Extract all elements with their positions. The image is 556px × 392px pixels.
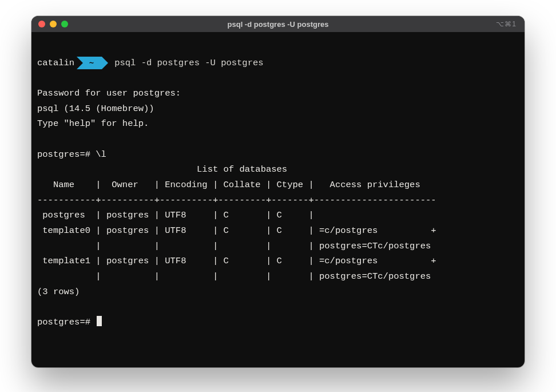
cursor-icon <box>97 316 102 326</box>
table-row: template0 | postgres | UTF8 | C | C | =c… <box>37 225 436 236</box>
prompt-command: psql -d postgres -U postgres <box>109 56 263 71</box>
table-row: postgres | postgres | UTF8 | C | C | <box>37 210 319 220</box>
prompt-path-chevron-icon: ~ <box>77 57 109 69</box>
psql-prompt: postgres=# <box>37 317 96 327</box>
table-header: Name | Owner | Encoding | Collate | Ctyp… <box>37 180 436 190</box>
close-icon[interactable] <box>38 21 45 27</box>
terminal-body[interactable]: catalin~psql -d postgres -U postgres Pas… <box>31 32 525 367</box>
output-line: Password for user postgres: <box>37 88 181 98</box>
table-separator: -----------+----------+----------+------… <box>37 195 436 205</box>
output-line: Type "help" for help. <box>37 118 149 129</box>
window-title: psql -d postgres -U postgres <box>31 20 525 29</box>
terminal-window: psql -d postgres -U postgres ⌥⌘1 catalin… <box>31 16 525 367</box>
traffic-lights <box>38 21 68 27</box>
shell-prompt-line: catalin~psql -d postgres -U postgres <box>37 56 519 71</box>
table-row: | | | | | postgres=CTc/postgres <box>37 241 431 251</box>
output-line: psql (14.5 (Homebrew)) <box>37 104 154 114</box>
shortcut-hint: ⌥⌘1 <box>496 20 517 28</box>
table-row: template1 | postgres | UTF8 | C | C | =c… <box>37 256 436 266</box>
table-row: | | | | | postgres=CTc/postgres <box>37 271 431 282</box>
minimize-icon[interactable] <box>50 21 57 27</box>
prompt-user: catalin <box>37 56 77 71</box>
table-title: List of databases <box>37 164 287 175</box>
psql-prompt: postgres=# \l <box>37 149 106 160</box>
titlebar: psql -d postgres -U postgres ⌥⌘1 <box>31 16 525 32</box>
row-count: (3 rows) <box>37 287 80 297</box>
zoom-icon[interactable] <box>61 21 68 27</box>
prompt-path-symbol: ~ <box>89 58 94 67</box>
